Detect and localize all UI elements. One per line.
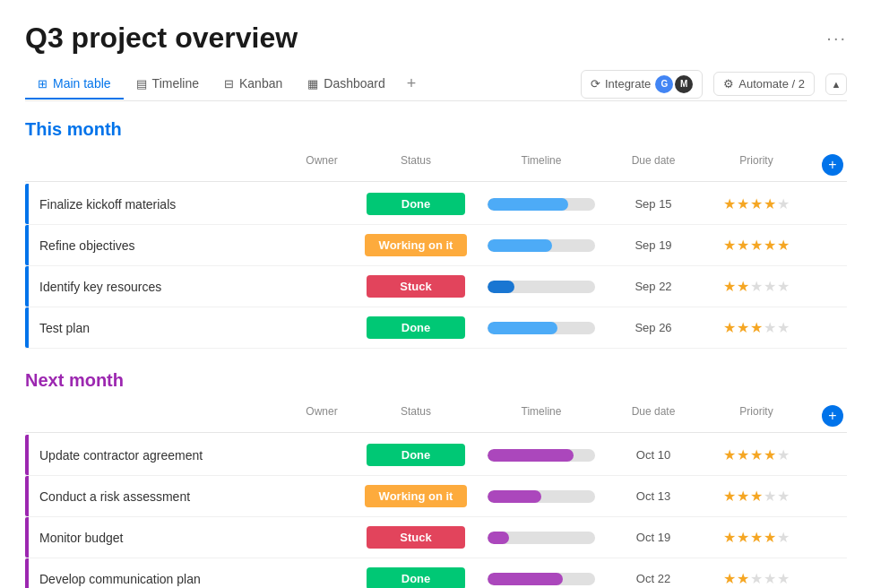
star-3: ★	[750, 197, 763, 212]
timeline-bar-wrap	[488, 490, 595, 503]
tab-kanban[interactable]: ⊟ Kanban	[212, 69, 295, 99]
section-title-next-month: Next month	[25, 370, 847, 391]
timeline-cell	[474, 573, 609, 585]
status-badge[interactable]: Done	[367, 567, 465, 588]
tab-bar: ⊞ Main table ▤ Timeline ⊟ Kanban ▦ Dashb…	[25, 67, 847, 101]
col-status-header: Status	[358, 152, 474, 177]
add-column-button[interactable]: +	[822, 154, 843, 176]
page-header: Q3 project overview ···	[25, 22, 847, 55]
due-date-cell: Oct 19	[609, 531, 698, 544]
col-duedate-header: Due date	[609, 152, 698, 177]
table-row[interactable]: Finalize kickoff materials Done Sep 15 ★…	[25, 184, 847, 225]
add-tab-button[interactable]: +	[398, 67, 426, 100]
priority-cell[interactable]: ★★★★★	[698, 197, 815, 212]
task-name: Refine objectives	[25, 238, 286, 253]
task-name: Monitor budget	[25, 531, 286, 545]
row-indicator	[25, 225, 29, 265]
priority-cell[interactable]: ★★★★★	[698, 489, 815, 504]
status-badge[interactable]: Working on it	[365, 234, 468, 256]
collapse-button[interactable]: ▲	[825, 74, 847, 95]
tab-dashboard-label: Dashboard	[324, 76, 385, 91]
section-next-month: Next month Owner Status Timeline Due dat…	[25, 370, 847, 588]
more-options-button[interactable]: ···	[826, 28, 847, 48]
tab-dashboard[interactable]: ▦ Dashboard	[295, 69, 398, 99]
add-column-button[interactable]: +	[822, 405, 843, 427]
timeline-bar	[488, 281, 514, 293]
priority-cell[interactable]: ★★★★★	[698, 238, 815, 253]
status-cell[interactable]: Done	[358, 567, 474, 588]
tab-timeline[interactable]: ▤ Timeline	[124, 69, 212, 99]
star-5: ★	[777, 197, 790, 212]
col-owner-header: Owner	[286, 152, 358, 177]
status-badge[interactable]: Stuck	[367, 275, 465, 298]
timeline-cell	[474, 449, 609, 462]
timeline-cell	[474, 490, 609, 503]
star-2: ★	[737, 321, 749, 335]
col-duedate-header: Due date	[609, 403, 698, 428]
table-row[interactable]: Test plan Done Sep 26 ★★★★★	[25, 307, 847, 349]
table-row[interactable]: Develop communication plan Done Oct 22 ★…	[25, 558, 847, 588]
timeline-cell	[474, 281, 609, 293]
task-name: Develop communication plan	[25, 572, 286, 586]
kanban-icon: ⊟	[224, 77, 234, 91]
status-cell[interactable]: Stuck	[358, 275, 474, 298]
integrate-button[interactable]: ⟳ Integrate G M	[581, 70, 703, 99]
priority-cell[interactable]: ★★★★★	[698, 531, 815, 545]
table-row[interactable]: Identify key resources Stuck Sep 22 ★★★★…	[25, 266, 847, 307]
status-badge[interactable]: Stuck	[367, 526, 465, 549]
star-5: ★	[777, 531, 790, 545]
table-header: Owner Status Timeline Due date Priority …	[25, 400, 847, 433]
status-cell[interactable]: Working on it	[358, 234, 474, 256]
star-2: ★	[737, 197, 749, 212]
status-badge[interactable]: Done	[367, 316, 465, 339]
star-4: ★	[764, 448, 776, 463]
star-2: ★	[737, 489, 749, 504]
row-indicator	[25, 266, 29, 307]
priority-cell[interactable]: ★★★★★	[698, 321, 815, 335]
table-row[interactable]: Refine objectives Working on it Sep 19 ★…	[25, 225, 847, 266]
table-row[interactable]: Update contractor agreement Done Oct 10 …	[25, 435, 847, 476]
priority-cell[interactable]: ★★★★★	[698, 280, 815, 294]
star-5: ★	[777, 572, 790, 586]
timeline-bar	[488, 239, 552, 252]
status-cell[interactable]: Done	[358, 444, 474, 466]
star-3: ★	[750, 572, 763, 586]
star-1: ★	[723, 197, 736, 212]
tab-main-table-label: Main table	[53, 76, 111, 91]
star-4: ★	[764, 531, 776, 545]
table-row[interactable]: Conduct a risk assessment Working on it …	[25, 476, 847, 517]
table-row[interactable]: Monitor budget Stuck Oct 19 ★★★★★	[25, 517, 847, 558]
timeline-bar	[488, 198, 568, 211]
tab-main-table[interactable]: ⊞ Main table	[25, 69, 124, 99]
timeline-bar	[488, 322, 557, 334]
google-avatar: G	[655, 75, 673, 93]
timeline-bar-wrap	[488, 239, 595, 252]
star-2: ★	[737, 572, 749, 586]
star-4: ★	[764, 321, 776, 335]
status-badge[interactable]: Done	[367, 444, 465, 466]
status-badge[interactable]: Working on it	[365, 485, 468, 507]
status-cell[interactable]: Done	[358, 316, 474, 339]
col-add-header: +	[815, 403, 847, 428]
due-date-cell: Oct 13	[609, 489, 698, 503]
tab-kanban-label: Kanban	[239, 76, 282, 91]
task-name: Test plan	[25, 321, 286, 335]
table-header: Owner Status Timeline Due date Priority …	[25, 149, 847, 182]
star-2: ★	[737, 531, 749, 545]
star-5: ★	[777, 489, 790, 504]
priority-cell[interactable]: ★★★★★	[698, 448, 815, 463]
star-3: ★	[750, 448, 763, 463]
status-cell[interactable]: Done	[358, 193, 474, 215]
timeline-bar-wrap	[488, 532, 595, 544]
timeline-bar-wrap	[488, 322, 595, 334]
automate-button[interactable]: ⚙ Automate / 2	[713, 72, 815, 96]
timeline-cell	[474, 322, 609, 334]
priority-cell[interactable]: ★★★★★	[698, 572, 815, 586]
star-5: ★	[777, 321, 790, 335]
status-cell[interactable]: Stuck	[358, 526, 474, 549]
due-date-cell: Sep 26	[609, 321, 698, 334]
status-cell[interactable]: Working on it	[358, 485, 474, 507]
star-1: ★	[723, 321, 736, 335]
status-badge[interactable]: Done	[367, 193, 465, 215]
row-indicator	[25, 435, 29, 475]
